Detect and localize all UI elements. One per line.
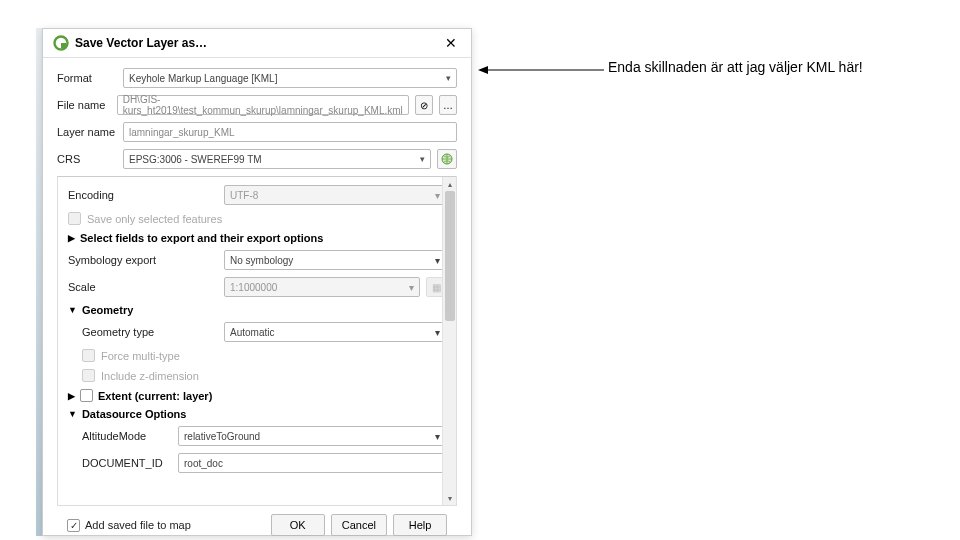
add-saved-label: Add saved file to map bbox=[85, 519, 191, 531]
save-vector-dialog: Save Vector Layer as… ✕ Format Keyhole M… bbox=[42, 28, 472, 536]
layername-value: lamningar_skurup_KML bbox=[129, 127, 235, 138]
symbology-row: Symbology export No symbology ▾ bbox=[68, 250, 446, 270]
geometry-label: Geometry bbox=[82, 304, 133, 316]
datasource-section[interactable]: ▼ Datasource Options bbox=[68, 408, 446, 420]
format-row: Format Keyhole Markup Language [KML] ▾ bbox=[57, 68, 457, 88]
datasource-label: Datasource Options bbox=[82, 408, 187, 420]
force-multi-checkbox bbox=[82, 349, 95, 362]
datasource-body: AltitudeMode relativeToGround ▾ DOCUMENT… bbox=[68, 426, 446, 473]
geomtype-row: Geometry type Automatic ▾ bbox=[82, 322, 446, 342]
annotation-text: Enda skillnaden är att jag väljer KML hä… bbox=[608, 59, 863, 75]
browse-button[interactable]: … bbox=[439, 95, 457, 115]
chevron-down-icon: ▾ bbox=[435, 190, 440, 201]
extent-section[interactable]: ▶ Extent (current: layer) bbox=[68, 389, 446, 402]
geomtype-value: Automatic bbox=[230, 327, 274, 338]
crs-combo[interactable]: EPSG:3006 - SWEREF99 TM ▾ bbox=[123, 149, 431, 169]
scroll-thumb[interactable] bbox=[445, 191, 455, 321]
save-selected-row: Save only selected features bbox=[68, 212, 446, 225]
geometry-section[interactable]: ▼ Geometry bbox=[68, 304, 446, 316]
symbology-value: No symbology bbox=[230, 255, 293, 266]
scale-value: 1:1000000 bbox=[230, 282, 277, 293]
ok-button[interactable]: OK bbox=[271, 514, 325, 536]
cancel-button[interactable]: Cancel bbox=[331, 514, 387, 536]
encoding-row: Encoding UTF-8 ▾ bbox=[68, 185, 446, 205]
format-value: Keyhole Markup Language [KML] bbox=[129, 73, 277, 84]
add-saved-checkbox[interactable]: ✓ bbox=[67, 519, 80, 532]
crs-value: EPSG:3006 - SWEREF99 TM bbox=[129, 154, 262, 165]
docid-input[interactable]: root_doc bbox=[178, 453, 446, 473]
altitude-combo[interactable]: relativeToGround ▾ bbox=[178, 426, 446, 446]
triangle-down-icon: ▼ bbox=[68, 409, 77, 419]
chevron-down-icon: ▾ bbox=[409, 282, 414, 293]
force-multi-label: Force multi-type bbox=[101, 350, 180, 362]
layername-input[interactable]: lamningar_skurup_KML bbox=[123, 122, 457, 142]
chevron-down-icon: ▾ bbox=[420, 154, 425, 164]
titlebar: Save Vector Layer as… ✕ bbox=[43, 29, 471, 58]
scale-combo[interactable]: 1:1000000 ▾ bbox=[224, 277, 420, 297]
include-z-label: Include z-dimension bbox=[101, 370, 199, 382]
help-button[interactable]: Help bbox=[393, 514, 447, 536]
geometry-body: Geometry type Automatic ▾ Force multi-ty… bbox=[68, 322, 446, 382]
footer-left: ✓ Add saved file to map bbox=[67, 519, 191, 532]
chevron-down-icon: ▾ bbox=[435, 327, 440, 338]
include-z-checkbox bbox=[82, 369, 95, 382]
scroll-up-icon[interactable]: ▴ bbox=[443, 177, 456, 191]
svg-rect-1 bbox=[61, 43, 66, 48]
clear-filename-button[interactable]: ⊘ bbox=[415, 95, 433, 115]
altitude-label: AltitudeMode bbox=[82, 430, 172, 442]
dialog-footer: ✓ Add saved file to map OK Cancel Help bbox=[57, 506, 457, 540]
qgis-icon bbox=[53, 35, 69, 51]
filename-value: DH\GIS-kurs_ht2019\test_kommun_skurup\la… bbox=[123, 94, 403, 116]
svg-marker-4 bbox=[478, 66, 488, 74]
encoding-value: UTF-8 bbox=[230, 190, 258, 201]
scale-label: Scale bbox=[68, 281, 218, 293]
crs-select-button[interactable] bbox=[437, 149, 457, 169]
scrollbar[interactable]: ▴ ▾ bbox=[442, 177, 456, 505]
scroll-inner: Encoding UTF-8 ▾ Save only selected feat… bbox=[58, 177, 456, 488]
chevron-down-icon: ▾ bbox=[435, 431, 440, 442]
crs-row: CRS EPSG:3006 - SWEREF99 TM ▾ bbox=[57, 149, 457, 169]
filename-row: File name DH\GIS-kurs_ht2019\test_kommun… bbox=[57, 95, 457, 115]
encoding-combo[interactable]: UTF-8 ▾ bbox=[224, 185, 446, 205]
triangle-down-icon: ▼ bbox=[68, 305, 77, 315]
docid-row: DOCUMENT_ID root_doc bbox=[82, 453, 446, 473]
symbology-label: Symbology export bbox=[68, 254, 218, 266]
select-fields-label: Select fields to export and their export… bbox=[80, 232, 323, 244]
docid-value: root_doc bbox=[184, 458, 223, 469]
force-multi-row: Force multi-type bbox=[82, 349, 446, 362]
format-combo[interactable]: Keyhole Markup Language [KML] ▾ bbox=[123, 68, 457, 88]
scroll-down-icon[interactable]: ▾ bbox=[443, 491, 456, 505]
scale-row: Scale 1:1000000 ▾ ▦ bbox=[68, 277, 446, 297]
triangle-right-icon: ▶ bbox=[68, 233, 75, 243]
triangle-right-icon: ▶ bbox=[68, 391, 75, 401]
save-selected-checkbox bbox=[68, 212, 81, 225]
close-icon[interactable]: ✕ bbox=[441, 35, 461, 51]
save-selected-label: Save only selected features bbox=[87, 213, 222, 225]
encoding-label: Encoding bbox=[68, 189, 218, 201]
dialog-content: Format Keyhole Markup Language [KML] ▾ F… bbox=[43, 58, 471, 540]
filename-input[interactable]: DH\GIS-kurs_ht2019\test_kommun_skurup\la… bbox=[117, 95, 409, 115]
options-scroll-area: Encoding UTF-8 ▾ Save only selected feat… bbox=[57, 176, 457, 506]
symbology-combo[interactable]: No symbology ▾ bbox=[224, 250, 446, 270]
format-label: Format bbox=[57, 72, 117, 84]
extent-checkbox[interactable] bbox=[80, 389, 93, 402]
altitude-value: relativeToGround bbox=[184, 431, 260, 442]
layername-label: Layer name bbox=[57, 126, 117, 138]
crs-label: CRS bbox=[57, 153, 117, 165]
extent-label: Extent (current: layer) bbox=[98, 390, 212, 402]
docid-label: DOCUMENT_ID bbox=[82, 457, 172, 469]
layername-row: Layer name lamningar_skurup_KML bbox=[57, 122, 457, 142]
annotation-arrow bbox=[478, 67, 604, 69]
include-z-row: Include z-dimension bbox=[82, 369, 446, 382]
geomtype-label: Geometry type bbox=[82, 326, 218, 338]
chevron-down-icon: ▾ bbox=[435, 255, 440, 266]
globe-icon bbox=[440, 152, 454, 166]
chevron-down-icon: ▾ bbox=[446, 73, 451, 83]
titlebar-left: Save Vector Layer as… bbox=[53, 35, 207, 51]
select-fields-section[interactable]: ▶ Select fields to export and their expo… bbox=[68, 232, 446, 244]
altitude-row: AltitudeMode relativeToGround ▾ bbox=[82, 426, 446, 446]
dialog-title: Save Vector Layer as… bbox=[75, 36, 207, 50]
geomtype-combo[interactable]: Automatic ▾ bbox=[224, 322, 446, 342]
filename-label: File name bbox=[57, 99, 111, 111]
